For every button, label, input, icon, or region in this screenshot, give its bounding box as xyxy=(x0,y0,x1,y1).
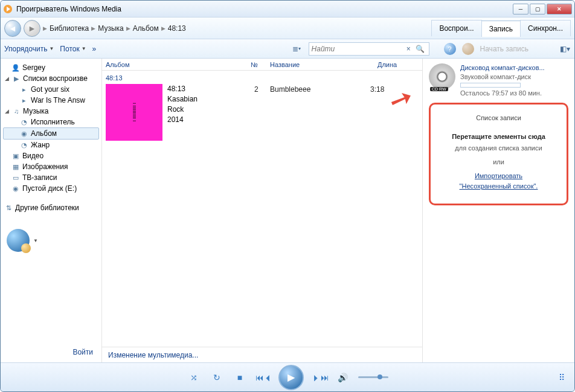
cd-icon xyxy=(429,63,455,90)
album-row: I IIIIIIIIII I 48:13 Kasabian Rock 2014 … xyxy=(106,84,419,141)
search-icon[interactable]: 🔍 xyxy=(414,43,426,55)
crumb-album[interactable]: Альбом xyxy=(133,24,159,33)
window-title: Проигрыватель Windows Media xyxy=(16,5,513,13)
search-input[interactable] xyxy=(312,45,403,53)
maximize-button[interactable]: ▢ xyxy=(530,4,545,14)
drive-info: Дисковод компакт-дисков... Звуковой комп… xyxy=(429,63,568,98)
search-box[interactable]: × 🔍 xyxy=(309,42,429,56)
tracks: 2 Bumblebeee 3:18 xyxy=(251,84,419,141)
col-num[interactable]: № xyxy=(247,61,266,68)
playlist-item-icon: ▸ xyxy=(20,86,28,94)
avatar-icon[interactable] xyxy=(462,43,474,55)
body: 👤Sergey ◢▶Списки воспроизве ▸Got your si… xyxy=(1,59,574,362)
sidebar-user[interactable]: 👤Sergey xyxy=(3,62,99,73)
volume-slider[interactable] xyxy=(358,376,388,378)
help-icon[interactable]: ? xyxy=(444,43,456,55)
prev-button[interactable]: ⏮⏴ xyxy=(255,373,270,382)
collapse-icon[interactable]: ◢ xyxy=(4,108,10,114)
sidebar-genre[interactable]: ◔Жанр xyxy=(3,140,99,150)
stop-button[interactable]: ■ xyxy=(233,373,247,382)
more-menu[interactable]: » xyxy=(92,45,97,53)
status-bar[interactable]: Изменение мультимедиа... xyxy=(102,347,422,362)
genre-icon: ◔ xyxy=(20,141,28,149)
chevron-down-icon[interactable]: ▼ xyxy=(33,238,38,243)
switch-view-button[interactable]: ⠿ xyxy=(559,373,565,382)
sidebar-video[interactable]: ▣Видео xyxy=(3,150,99,161)
disc-remaining: Осталось 79:57 из 80 мин. xyxy=(460,89,568,98)
sidebar-pl-item[interactable]: ▸Got your six xyxy=(3,84,99,95)
organize-menu[interactable]: Упорядочить▼ xyxy=(4,45,54,53)
burn-list-box[interactable]: ➚ Список записи Перетащите элементы сюда… xyxy=(429,103,568,205)
forward-button[interactable]: ► xyxy=(24,20,40,37)
playlist-icon: ▶ xyxy=(12,75,21,83)
next-button[interactable]: ⏵⏭ xyxy=(312,373,327,382)
album-name[interactable]: 48:13 xyxy=(167,84,246,94)
mute-button[interactable]: 🔊 xyxy=(335,373,350,382)
close-button[interactable]: ✕ xyxy=(547,4,572,14)
col-length[interactable]: Длина xyxy=(374,61,422,68)
login-link[interactable]: Войти xyxy=(3,344,99,359)
sidebar-pictures[interactable]: ▦Изображения xyxy=(3,161,99,172)
col-album[interactable]: Альбом xyxy=(102,61,247,68)
sidebar-disc[interactable]: ◉Пустой диск (E:) xyxy=(3,183,99,194)
chevron-right-icon: ▶ xyxy=(91,25,95,31)
burn-sub-label: для создания списка записи xyxy=(435,143,562,153)
burn-options-icon[interactable]: ◧▾ xyxy=(559,43,571,55)
sidebar-pl-item[interactable]: ▸War Is The Answ xyxy=(3,95,99,106)
sidebar-playlists[interactable]: ◢▶Списки воспроизве xyxy=(3,73,99,84)
shuffle-button[interactable]: ⤮ xyxy=(187,373,201,382)
picture-icon: ▦ xyxy=(11,163,20,171)
list-view-icon[interactable]: ≣ ▾ xyxy=(291,43,303,55)
crumb-music[interactable]: Музыка xyxy=(98,24,123,33)
tab-burn[interactable]: Запись xyxy=(481,21,521,37)
start-burn-label: Начать запись xyxy=(480,45,528,53)
album-year[interactable]: 2014 xyxy=(167,115,246,125)
toolbar: Упорядочить▼ Поток▼ » ≣ ▾ × 🔍 ? Начать з… xyxy=(1,39,574,59)
burn-list-title: Список записи xyxy=(435,113,562,123)
track-title: Bumblebeee xyxy=(270,85,370,94)
drive-link[interactable]: Дисковод компакт-дисков... xyxy=(460,63,568,72)
track-row[interactable]: 2 Bumblebeee 3:18 xyxy=(251,84,419,94)
online-stores-button[interactable] xyxy=(7,229,30,252)
stream-menu[interactable]: Поток▼ xyxy=(60,45,86,53)
sidebar-artist[interactable]: ◔Исполнитель xyxy=(3,117,99,127)
sidebar-tv[interactable]: ▭ТВ-записи xyxy=(3,172,99,183)
collapse-icon[interactable]: ◢ xyxy=(4,76,10,82)
breadcrumb: ▶ Библиотека ▶ Музыка ▶ Альбом ▶ 48:13 xyxy=(43,24,429,33)
sidebar-other-libs[interactable]: ⇅Другие библиотеки xyxy=(3,202,99,213)
chevron-right-icon: ▶ xyxy=(161,25,165,31)
app-icon xyxy=(3,4,13,14)
crumb-library[interactable]: Библиотека xyxy=(50,24,89,33)
col-title[interactable]: Название xyxy=(266,61,374,68)
album-art[interactable]: I IIIIIIIIII I xyxy=(106,84,162,141)
chevron-right-icon: ▶ xyxy=(43,25,47,31)
sidebar-music[interactable]: ◢♫Музыка xyxy=(3,106,99,117)
disc-progress xyxy=(460,83,521,88)
tab-sync[interactable]: Синхрон... xyxy=(520,20,571,36)
back-button[interactable]: ◄ xyxy=(4,20,21,37)
nav-row: ◄ ► ▶ Библиотека ▶ Музыка ▶ Альбом ▶ 48:… xyxy=(1,18,574,39)
network-icon: ⇅ xyxy=(4,204,13,212)
minimize-button[interactable]: ─ xyxy=(513,4,528,14)
playlist-item-icon: ▸ xyxy=(20,97,28,104)
sidebar-album[interactable]: ◉Альбом xyxy=(3,127,99,140)
column-headers: Альбом № Название Длина xyxy=(102,59,422,71)
album-artist[interactable]: Kasabian xyxy=(167,94,246,104)
burn-pane: Дисковод компакт-дисков... Звуковой комп… xyxy=(422,59,574,362)
main-area: Альбом № Название Длина 48:13 I IIIIIIII… xyxy=(102,59,422,362)
tv-icon: ▭ xyxy=(11,174,20,182)
app-window: Проигрыватель Windows Media ─ ▢ ✕ ◄ ► ▶ … xyxy=(0,0,575,392)
album-genre[interactable]: Rock xyxy=(167,104,246,115)
play-button[interactable]: ▶ xyxy=(278,365,304,390)
album-icon: ◉ xyxy=(20,130,28,138)
player-bar: ⤮ ↻ ■ ⏮⏴ ▶ ⏵⏭ 🔊 ⠿ xyxy=(1,362,574,391)
crumb-current[interactable]: 48:13 xyxy=(168,24,186,33)
repeat-button[interactable]: ↻ xyxy=(210,373,224,382)
import-link-2[interactable]: "Несохраненный список". xyxy=(460,182,538,190)
clear-search-icon[interactable]: × xyxy=(403,43,415,55)
artist-icon: ◔ xyxy=(20,118,28,126)
burn-drag-label: Перетащите элементы сюда xyxy=(435,132,562,142)
tab-play[interactable]: Воспрои... xyxy=(431,20,481,36)
album-group-header[interactable]: 48:13 xyxy=(106,73,419,84)
import-link-1[interactable]: Импортировать xyxy=(475,172,522,179)
